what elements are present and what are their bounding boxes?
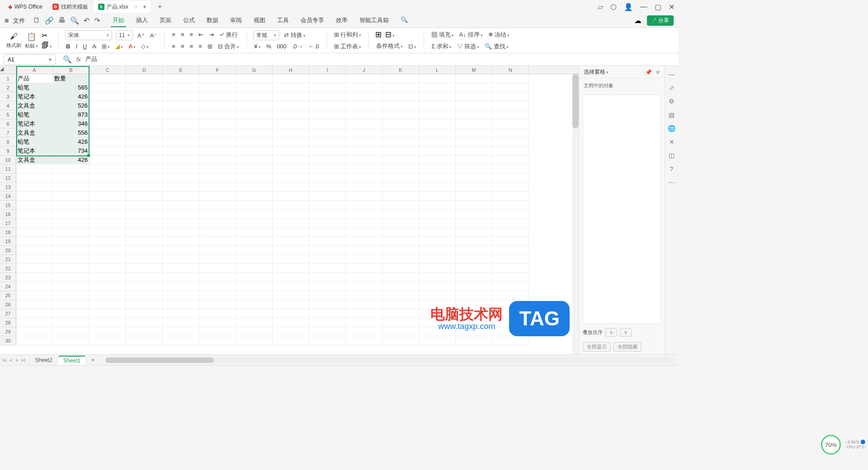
cell[interactable]	[382, 291, 419, 300]
inc-decimal-icon[interactable]: .0→	[291, 42, 304, 51]
cell[interactable]	[53, 282, 90, 291]
cell[interactable]	[236, 219, 273, 228]
cell[interactable]	[273, 164, 309, 174]
cell[interactable]	[53, 309, 90, 318]
cell[interactable]	[53, 291, 90, 300]
cell[interactable]	[163, 318, 199, 327]
cell[interactable]	[382, 174, 419, 183]
cell[interactable]	[309, 237, 346, 246]
cell[interactable]	[163, 137, 199, 146]
cell[interactable]	[236, 273, 273, 282]
cell[interactable]	[309, 155, 346, 164]
cell[interactable]	[456, 219, 492, 228]
cell[interactable]: 文具盒	[16, 128, 53, 137]
cell[interactable]	[492, 155, 529, 164]
row-header[interactable]: 18	[0, 228, 16, 237]
cell[interactable]	[199, 128, 236, 137]
cell[interactable]	[90, 246, 126, 255]
strikethrough-button[interactable]: A̶	[91, 42, 97, 51]
row-header[interactable]: 5	[0, 110, 16, 119]
tab-tools[interactable]: 工具	[275, 14, 291, 27]
cell[interactable]	[199, 255, 236, 264]
cell[interactable]	[419, 74, 456, 83]
user-avatar-icon[interactable]: 👤	[624, 3, 633, 11]
cell[interactable]	[90, 273, 126, 282]
cell[interactable]	[236, 119, 273, 128]
cell[interactable]	[53, 300, 90, 309]
row-header[interactable]: 10	[0, 155, 16, 164]
row-header[interactable]: 11	[0, 164, 16, 174]
row-header[interactable]: 24	[0, 282, 16, 291]
cell[interactable]	[382, 255, 419, 264]
cell[interactable]	[199, 291, 236, 300]
cube-icon[interactable]: ⬡	[610, 3, 617, 11]
panel-icon[interactable]: ◫	[669, 152, 675, 159]
cell[interactable]	[273, 174, 309, 183]
cell[interactable]	[199, 210, 236, 219]
align-middle-icon[interactable]: ≡	[180, 30, 185, 39]
cell[interactable]	[199, 264, 236, 273]
cell[interactable]	[456, 92, 492, 101]
cell[interactable]	[126, 336, 163, 345]
cell[interactable]	[126, 74, 163, 83]
cell[interactable]	[126, 183, 163, 192]
cell[interactable]	[53, 336, 90, 345]
cell[interactable]	[419, 83, 456, 92]
paste-button[interactable]: 📋 粘贴▾	[25, 32, 38, 49]
cell[interactable]	[163, 336, 199, 345]
cell[interactable]	[236, 174, 273, 183]
cell[interactable]	[16, 164, 53, 174]
cell[interactable]	[346, 255, 382, 264]
cell[interactable]: 笔记本	[16, 92, 53, 101]
select-all-corner[interactable]: ◢	[0, 66, 16, 74]
cell[interactable]: 556	[53, 128, 90, 137]
cell[interactable]	[309, 309, 346, 318]
cell[interactable]	[273, 101, 309, 110]
cell[interactable]	[126, 146, 163, 155]
cell[interactable]	[419, 237, 456, 246]
row-header[interactable]: 20	[0, 246, 16, 255]
cell[interactable]	[163, 83, 199, 92]
cell[interactable]	[309, 201, 346, 210]
cell[interactable]	[126, 264, 163, 273]
cell[interactable]	[492, 183, 529, 192]
cell[interactable]	[199, 237, 236, 246]
italic-button[interactable]: I	[75, 42, 78, 51]
cell[interactable]	[199, 174, 236, 183]
collapse-icon[interactable]: —	[669, 70, 675, 78]
thousands-icon[interactable]: 000	[276, 42, 288, 51]
tab-data[interactable]: 数据	[205, 14, 220, 27]
tab-member[interactable]: 会员专享	[299, 14, 326, 27]
layout-icon[interactable]: ▱	[598, 3, 603, 11]
cell[interactable]	[16, 309, 53, 318]
merge-button[interactable]: ⊟ 合并▾	[217, 42, 241, 52]
cell[interactable]	[419, 282, 456, 291]
cell[interactable]	[236, 92, 273, 101]
show-all-button[interactable]: 全部显示	[583, 342, 611, 352]
cell[interactable]	[163, 246, 199, 255]
cell[interactable]	[90, 291, 126, 300]
scroll-thumb[interactable]	[105, 357, 214, 363]
cell[interactable]	[419, 291, 456, 300]
cell[interactable]	[309, 210, 346, 219]
cell[interactable]	[382, 192, 419, 201]
more-icon[interactable]: ⋯	[669, 179, 675, 186]
cell[interactable]	[492, 146, 529, 155]
format-brush-button[interactable]: 🖌 格式刷	[6, 32, 21, 49]
cell[interactable]: 734	[53, 146, 90, 155]
cell[interactable]	[346, 309, 382, 318]
cell[interactable]: 873	[53, 110, 90, 119]
cell[interactable]	[309, 219, 346, 228]
cell[interactable]	[126, 92, 163, 101]
cell[interactable]	[53, 164, 90, 174]
cursor-icon[interactable]: ⬀	[669, 84, 675, 91]
cell[interactable]	[346, 282, 382, 291]
justify-icon[interactable]: ≡	[198, 42, 203, 51]
cell-style-icon[interactable]: ⊟▾	[385, 30, 395, 39]
row-header[interactable]: 30	[0, 336, 16, 345]
cell[interactable]	[90, 101, 126, 110]
cell[interactable]	[382, 92, 419, 101]
wrap-text-button[interactable]: ⤶ 换行	[218, 30, 239, 40]
indent-left-icon[interactable]: ⇤	[198, 30, 204, 39]
cell[interactable]	[16, 246, 53, 255]
